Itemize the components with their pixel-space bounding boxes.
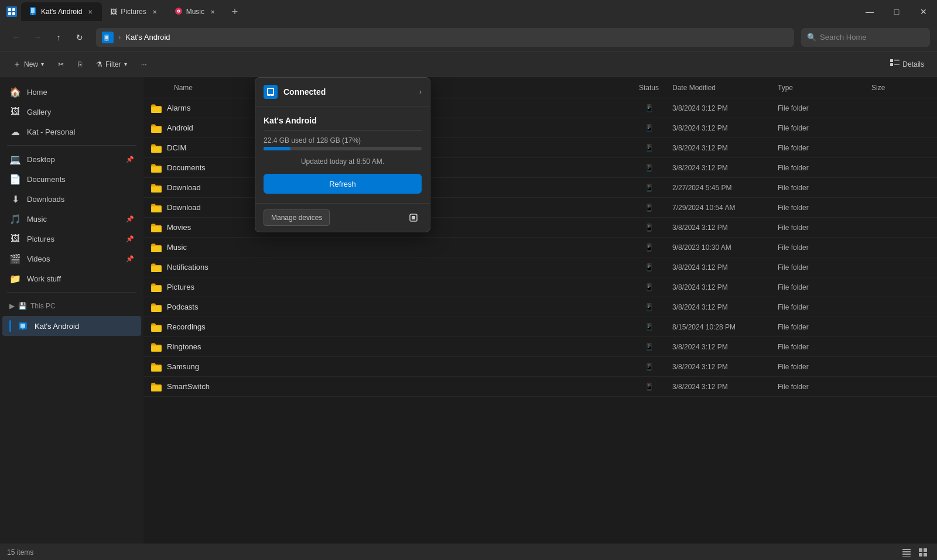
- copy-button[interactable]: ⎘: [72, 55, 88, 74]
- svg-rect-2: [12, 8, 15, 11]
- breadcrumb-text: Kat's Android: [125, 33, 170, 42]
- svg-rect-16: [890, 63, 893, 66]
- svg-rect-31: [924, 548, 927, 552]
- table-row[interactable]: Podcasts 📱 3/8/2024 3:12 PM File folder: [143, 297, 937, 317]
- file-date-modified: 2/27/2024 5:45 PM: [672, 184, 778, 192]
- file-type: File folder: [778, 224, 871, 232]
- breadcrumb-separator: ›: [118, 33, 121, 42]
- sidebar-item-kat-personal[interactable]: ☁ Kat - Personal: [2, 122, 141, 142]
- file-type: File folder: [778, 164, 871, 172]
- tab-pictures[interactable]: 🖼 Pictures ✕: [103, 2, 166, 21]
- svg-rect-0: [6, 6, 17, 17]
- new-button[interactable]: ＋ New ▾: [7, 55, 50, 74]
- svg-rect-15: [894, 60, 900, 61]
- tab-close-kats-android[interactable]: ✕: [86, 7, 95, 16]
- svg-rect-1: [8, 8, 11, 11]
- search-placeholder: Search Home: [820, 33, 866, 42]
- sidebar-item-documents[interactable]: 📄 Documents: [2, 169, 141, 189]
- sidebar-item-music[interactable]: 🎵 Music 📌: [2, 209, 141, 229]
- up-button[interactable]: ↑: [49, 28, 68, 47]
- tab-kats-android[interactable]: Kat's Android ✕: [21, 2, 102, 21]
- table-row[interactable]: Pictures 📱 3/8/2024 3:12 PM File folder: [143, 277, 937, 297]
- filter-button[interactable]: ⚗ Filter ▾: [90, 55, 133, 74]
- file-date-modified: 3/8/2024 3:12 PM: [672, 383, 778, 391]
- sidebar-item-desktop[interactable]: 💻 Desktop 📌: [2, 149, 141, 169]
- file-name: SmartSwitch: [167, 382, 210, 391]
- table-row[interactable]: Recordings 📱 8/15/2024 10:28 PM File fol…: [143, 317, 937, 337]
- tab-add-button[interactable]: +: [225, 2, 244, 21]
- sidebar-item-pictures[interactable]: 🖼 Pictures 📌: [2, 229, 141, 249]
- file-type: File folder: [778, 283, 871, 291]
- close-button[interactable]: ✕: [910, 0, 937, 23]
- file-status: 📱: [625, 283, 672, 291]
- table-row[interactable]: Ringtones 📱 3/8/2024 3:12 PM File folder: [143, 337, 937, 357]
- view-grid-button[interactable]: [916, 545, 930, 559]
- sidebar-item-home[interactable]: 🏠 Home: [2, 82, 141, 102]
- popup-settings-icon[interactable]: [405, 209, 422, 226]
- storage-bar-fill: [264, 147, 290, 150]
- documents-icon: 📄: [9, 173, 21, 185]
- table-row[interactable]: Notifications 📱 3/8/2024 3:12 PM File fo…: [143, 257, 937, 277]
- file-name: Android: [167, 123, 193, 132]
- file-status: 📱: [625, 243, 672, 252]
- col-header-modified[interactable]: Date Modified: [672, 84, 778, 92]
- svg-rect-29: [902, 556, 911, 556]
- popup-refresh-button[interactable]: Refresh: [264, 174, 422, 194]
- sidebar-item-gallery[interactable]: 🖼 Gallery: [2, 102, 141, 122]
- sidebar-item-gallery-label: Gallery: [27, 108, 134, 116]
- main-window: ← → ↑ ↻ › Kat's Android 🔍 Search Home ＋ …: [0, 23, 937, 560]
- sidebar-item-home-label: Home: [27, 88, 134, 97]
- sidebar-item-this-pc[interactable]: ▶ 💾 This PC: [2, 296, 141, 316]
- file-name: Notifications: [167, 263, 208, 272]
- col-header-type[interactable]: Type: [778, 84, 871, 92]
- tab-close-music[interactable]: ✕: [208, 7, 217, 16]
- sidebar-item-kats-android[interactable]: Kat's Android: [2, 316, 141, 336]
- table-row[interactable]: Samsung 📱 3/8/2024 3:12 PM File folder: [143, 357, 937, 377]
- svg-rect-33: [924, 553, 927, 556]
- file-status: 📱: [625, 183, 672, 192]
- cut-button[interactable]: ✂: [52, 55, 70, 74]
- file-type: File folder: [778, 363, 871, 371]
- sidebar-separator-1: [7, 145, 136, 146]
- connected-popup: Connected › Kat's Android 22.4 GB used o…: [255, 77, 430, 232]
- storage-bar-background: [264, 147, 422, 150]
- table-row[interactable]: SmartSwitch 📱 3/8/2024 3:12 PM File fold…: [143, 377, 937, 397]
- tab-close-pictures[interactable]: ✕: [150, 7, 159, 16]
- tab-music[interactable]: Music ✕: [167, 2, 224, 21]
- file-date-modified: 3/8/2024 3:12 PM: [672, 164, 778, 172]
- search-box[interactable]: 🔍 Search Home: [801, 28, 930, 47]
- filter-label: Filter: [105, 60, 121, 68]
- view-list-button[interactable]: [900, 545, 914, 559]
- file-name: Recordings: [167, 322, 206, 331]
- sidebar-item-videos[interactable]: 🎬 Videos 📌: [2, 249, 141, 269]
- sidebar-item-this-pc-label: This PC: [30, 302, 56, 310]
- file-type: File folder: [778, 184, 871, 192]
- svg-rect-3: [8, 12, 11, 15]
- popup-header[interactable]: Connected ›: [255, 78, 430, 106]
- sidebar-item-work-stuff[interactable]: 📁 Work stuff: [2, 269, 141, 288]
- table-row[interactable]: Music 📱 9/8/2023 10:30 AM File folder: [143, 238, 937, 257]
- minimize-button[interactable]: —: [856, 0, 883, 23]
- refresh-button[interactable]: ↻: [70, 28, 89, 47]
- sidebar-item-documents-label: Documents: [27, 175, 134, 184]
- svg-rect-26: [902, 549, 911, 550]
- file-name: Download: [167, 203, 201, 212]
- tab-pictures-icon: 🖼: [110, 8, 117, 16]
- forward-button[interactable]: →: [28, 28, 47, 47]
- address-bar[interactable]: › Kat's Android: [96, 28, 794, 47]
- toolbar: ← → ↑ ↻ › Kat's Android 🔍 Search Home: [0, 23, 937, 51]
- col-header-size[interactable]: Size: [871, 84, 930, 92]
- file-status: 📱: [625, 263, 672, 272]
- maximize-button[interactable]: □: [883, 0, 910, 23]
- back-button[interactable]: ←: [7, 28, 26, 47]
- file-name: Podcasts: [167, 303, 198, 311]
- tab-music-icon: [175, 7, 183, 17]
- file-name-cell: Ringtones: [151, 342, 625, 352]
- popup-device-icon: [264, 85, 278, 99]
- sidebar-item-downloads[interactable]: ⬇ Downloads: [2, 189, 141, 209]
- col-header-status[interactable]: Status: [625, 84, 672, 92]
- manage-devices-button[interactable]: Manage devices: [264, 209, 330, 226]
- details-button[interactable]: Details: [884, 55, 930, 74]
- details-label: Details: [902, 60, 924, 68]
- more-button[interactable]: ···: [135, 55, 153, 74]
